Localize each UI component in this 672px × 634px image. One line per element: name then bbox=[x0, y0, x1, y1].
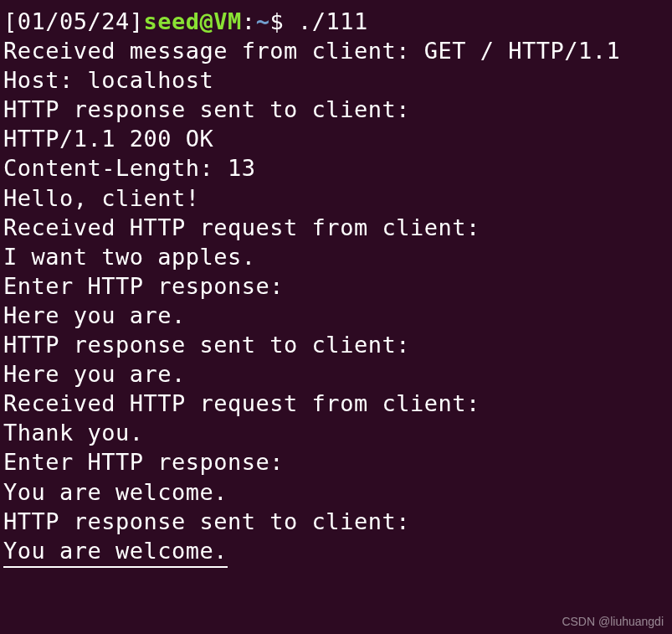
output-line: HTTP response sent to client: bbox=[3, 95, 669, 124]
output-line: Hello, client! bbox=[3, 183, 669, 213]
prompt-user-host: seed@VM bbox=[144, 8, 242, 34]
output-line: Received HTTP request from client: bbox=[3, 389, 669, 418]
output-line: HTTP response sent to client: bbox=[3, 330, 669, 359]
prompt-path: ~ bbox=[256, 8, 270, 34]
output-last-underlined: You are welcome. bbox=[3, 536, 228, 568]
output-line: Here you are. bbox=[3, 359, 669, 389]
output-line: You are welcome. bbox=[3, 477, 669, 507]
output-line: You are welcome. bbox=[3, 536, 669, 568]
terminal-content[interactable]: [01/05/24]seed@VM:~$ ./111 Received mess… bbox=[3, 7, 669, 568]
prompt-date: [01/05/24] bbox=[3, 8, 144, 34]
output-line: HTTP/1.1 200 OK bbox=[3, 124, 669, 153]
prompt-colon: : bbox=[242, 8, 256, 34]
output-line: Enter HTTP response: bbox=[3, 271, 669, 301]
output-line: Received message from client: GET / HTTP… bbox=[3, 36, 669, 65]
prompt-line: [01/05/24]seed@VM:~$ ./111 bbox=[3, 7, 669, 36]
output-line: Content-Length: 13 bbox=[3, 153, 669, 183]
output-line: Here you are. bbox=[3, 301, 669, 330]
output-line: I want two apples. bbox=[3, 242, 669, 271]
prompt-dollar: $ bbox=[269, 8, 284, 34]
command-text: ./111 bbox=[298, 8, 368, 34]
watermark-text: CSDN @liuhuangdi bbox=[562, 614, 664, 629]
output-line: Host: localhost bbox=[3, 65, 669, 95]
output-line: Enter HTTP response: bbox=[3, 447, 669, 477]
output-line: Thank you. bbox=[3, 418, 669, 447]
output-line: Received HTTP request from client: bbox=[3, 213, 669, 242]
output-line: HTTP response sent to client: bbox=[3, 507, 669, 536]
